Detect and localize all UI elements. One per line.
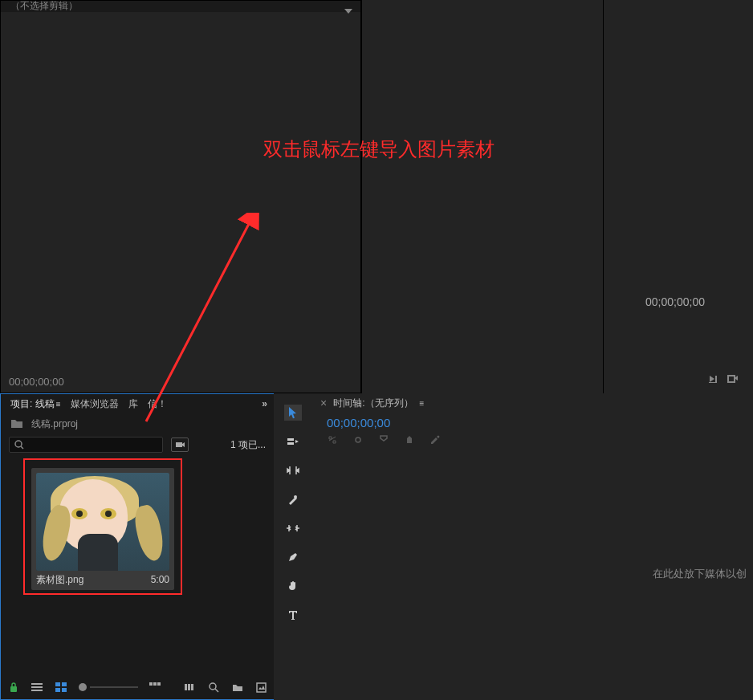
svg-rect-13 [153, 682, 157, 686]
annotation-selected-box: 素材图.png 5:00 [23, 458, 182, 595]
svg-rect-6 [31, 686, 43, 688]
tab-media-browser[interactable]: 媒体浏览器 [67, 396, 122, 413]
project-file-icon [10, 417, 23, 431]
snap-icon[interactable] [327, 434, 338, 448]
timeline-close-button[interactable]: × [320, 397, 327, 409]
lock-icon[interactable] [7, 680, 20, 694]
find-button[interactable] [208, 680, 221, 694]
project-tabs-overflow[interactable]: » [262, 398, 267, 409]
freeform-view-button[interactable] [149, 680, 162, 694]
export-frame-icon[interactable] [726, 373, 739, 387]
source-monitor-view[interactable] [1, 12, 360, 370]
project-tab-bar: 项目: 线稿≡ 媒体浏览器 库 信！ » [1, 394, 274, 413]
automate-to-sequence-icon[interactable] [184, 680, 197, 694]
svg-rect-4 [10, 686, 17, 692]
new-bin-button[interactable] [231, 680, 244, 694]
track-select-tool[interactable] [284, 433, 302, 450]
svg-rect-5 [31, 683, 43, 685]
svg-rect-15 [185, 684, 187, 690]
list-view-button[interactable] [31, 680, 44, 694]
search-icon [14, 440, 24, 450]
new-item-button[interactable] [255, 680, 268, 694]
project-zoom-slider[interactable] [79, 683, 138, 691]
project-file-row: 线稿.prproj [1, 413, 274, 434]
project-clip-duration: 5:00 [151, 574, 169, 585]
program-monitor-divider [603, 0, 604, 393]
svg-line-19 [215, 689, 218, 692]
program-monitor-panel: 00;00;00;00 [361, 0, 753, 393]
svg-rect-14 [157, 682, 161, 686]
svg-rect-9 [62, 682, 67, 686]
slip-tool[interactable] [284, 520, 302, 536]
program-monitor-timecode: 00;00;00;00 [645, 295, 705, 308]
project-clip-item[interactable]: 素材图.png 5:00 [31, 468, 174, 590]
selection-tool[interactable] [284, 405, 302, 421]
svg-rect-20 [257, 683, 266, 692]
svg-point-1 [15, 441, 22, 447]
timeline-toolbar [312, 429, 753, 448]
type-tool[interactable] [284, 607, 302, 623]
project-clip-thumbnail[interactable] [36, 473, 169, 571]
project-search-input[interactable] [27, 439, 157, 450]
razor-tool[interactable] [284, 491, 302, 507]
project-clip-name: 素材图.png [36, 573, 83, 587]
timeline-drop-hint[interactable]: 在此处放下媒体以创 [312, 448, 753, 700]
pen-tool[interactable] [284, 549, 302, 565]
marker-icon[interactable] [404, 434, 415, 448]
source-monitor-panel: （不选择剪辑） 00;00;00;00 [0, 0, 361, 393]
timeline-settings-icon[interactable] [429, 434, 441, 448]
svg-rect-7 [31, 690, 43, 691]
svg-point-18 [210, 683, 216, 690]
source-monitor-header: （不选择剪辑） [1, 1, 360, 12]
svg-rect-3 [176, 442, 182, 447]
svg-rect-17 [191, 684, 193, 690]
svg-rect-12 [149, 682, 153, 686]
icon-view-button[interactable] [55, 680, 67, 694]
insert-icon[interactable] [708, 373, 721, 387]
tab-info[interactable]: 信！ [144, 396, 170, 413]
project-item-count: 1 项已... [230, 438, 266, 452]
svg-rect-8 [55, 682, 60, 686]
tool-palette [274, 393, 312, 700]
timeline-title: 时间轴:（无序列） [333, 397, 413, 410]
project-bin-area[interactable]: 素材图.png 5:00 [1, 455, 274, 675]
project-search-field[interactable] [9, 437, 163, 453]
svg-rect-10 [55, 688, 60, 692]
ripple-edit-tool[interactable] [284, 462, 302, 478]
hand-tool[interactable] [284, 578, 302, 594]
project-footer-bar [1, 675, 274, 699]
svg-line-2 [21, 446, 23, 449]
annotation-instruction-text: 双击鼠标左键导入图片素材 [263, 136, 495, 162]
linked-selection-icon[interactable] [352, 434, 364, 448]
project-filter-bin-button[interactable] [171, 438, 189, 452]
add-marker-icon[interactable] [378, 434, 389, 448]
tab-library[interactable]: 库 [125, 396, 141, 413]
svg-rect-11 [62, 688, 67, 692]
timeline-timecode[interactable]: 00;00;00;00 [312, 416, 753, 429]
source-monitor-timecode: 00;00;00;00 [9, 376, 64, 388]
tab-project[interactable]: 项目: 线稿≡ [7, 396, 64, 413]
svg-rect-16 [188, 684, 190, 690]
project-file-name: 线稿.prproj [31, 417, 78, 431]
timeline-panel: × 时间轴:（无序列） ≡ 00;00;00;00 在此处放下媒体以创 [312, 393, 753, 700]
project-panel: 项目: 线稿≡ 媒体浏览器 库 信！ » 线稿.prproj 1 项已... [0, 393, 274, 700]
